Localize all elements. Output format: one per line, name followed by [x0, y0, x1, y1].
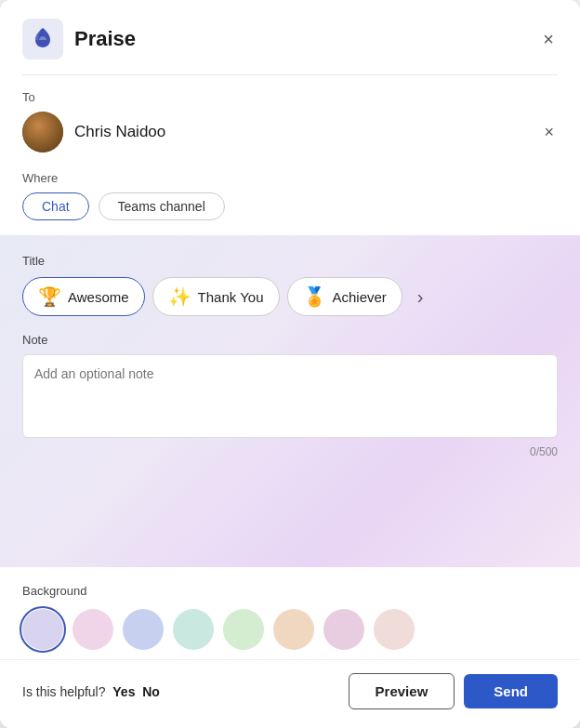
background-section: Background: [0, 567, 580, 659]
no-button[interactable]: No: [142, 684, 160, 699]
thankyou-label: Thank You: [198, 289, 264, 305]
awesome-emoji: 🏆: [38, 285, 61, 308]
page-title: Praise: [74, 27, 539, 51]
title-chevron-button[interactable]: ›: [410, 283, 431, 311]
praise-icon: [22, 19, 63, 60]
bg-color-lavender[interactable]: [22, 609, 63, 650]
to-section: To Chris Naidoo ×: [0, 75, 580, 160]
footer: Is this helpful? Yes No Preview Send: [0, 659, 580, 728]
note-counter: 0/500: [22, 445, 558, 458]
helpful-question: Is this helpful?: [22, 684, 106, 699]
to-label: To: [22, 90, 558, 104]
teams-channel-button[interactable]: Teams channel: [99, 192, 225, 220]
remove-recipient-button[interactable]: ×: [540, 119, 558, 146]
gradient-section: Title 🏆 Awesome ✨ Thank You 🏅 Achiever ›…: [0, 235, 580, 567]
achiever-label: Achiever: [333, 289, 387, 305]
note-label: Note: [22, 333, 558, 347]
recipient-info: Chris Naidoo: [22, 112, 165, 152]
helpful-text: Is this helpful? Yes No: [22, 684, 349, 699]
awesome-label: Awesome: [68, 289, 129, 305]
title-buttons: 🏆 Awesome ✨ Thank You 🏅 Achiever ›: [22, 277, 558, 316]
preview-button[interactable]: Preview: [349, 673, 455, 709]
where-label: Where: [22, 171, 558, 185]
background-color-picker: [22, 609, 558, 650]
awesome-title-button[interactable]: 🏆 Awesome: [22, 277, 145, 316]
background-label: Background: [22, 584, 558, 598]
bg-color-mauve[interactable]: [323, 609, 364, 650]
bg-color-light-green[interactable]: [223, 609, 264, 650]
bg-color-peach[interactable]: [273, 609, 314, 650]
recipient-name: Chris Naidoo: [74, 123, 165, 141]
bg-color-mint[interactable]: [173, 609, 214, 650]
note-textarea[interactable]: [22, 354, 558, 438]
bg-color-rose-cream[interactable]: [374, 609, 415, 650]
modal-header: Praise ×: [0, 0, 580, 74]
achiever-emoji: 🏅: [303, 285, 326, 308]
praise-modal: Praise × To Chris Naidoo × Where Chat Te…: [0, 0, 580, 728]
thankyou-emoji: ✨: [168, 285, 191, 308]
avatar-image: [22, 112, 63, 152]
avatar: [22, 112, 63, 152]
recipient-row: Chris Naidoo ×: [22, 112, 558, 152]
bg-color-pink-light[interactable]: [72, 609, 113, 650]
title-label: Title: [22, 254, 558, 268]
where-section: Where Chat Teams channel: [0, 160, 580, 235]
modal-close-button[interactable]: ×: [539, 25, 558, 54]
where-buttons: Chat Teams channel: [22, 192, 558, 220]
bg-color-periwinkle[interactable]: [123, 609, 164, 650]
achiever-title-button[interactable]: 🏅 Achiever: [287, 277, 402, 316]
yes-button[interactable]: Yes: [112, 684, 135, 699]
send-button[interactable]: Send: [464, 674, 558, 708]
thank-you-title-button[interactable]: ✨ Thank You: [152, 277, 280, 316]
chat-button[interactable]: Chat: [22, 192, 89, 220]
